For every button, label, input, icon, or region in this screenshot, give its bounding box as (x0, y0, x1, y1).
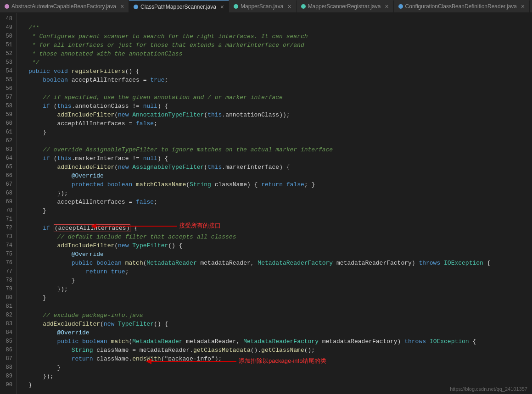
code-line (28, 15, 532, 23)
code-line: protected boolean matchClassName(String … (28, 180, 532, 189)
code-line: acceptAllInterfaces = false; (28, 198, 532, 206)
tab-icon-3 (234, 4, 238, 9)
code-line (28, 137, 532, 145)
tab-ConfigurationClassBeanDefinitionReader[interactable]: ConfigurationClassBeanDefinitionReader.j… (394, 0, 530, 12)
tab-icon-4 (301, 4, 306, 9)
watermark: https://blog.csdn.net/qq_24101357 (450, 386, 527, 392)
code-line (28, 302, 532, 311)
code-line: return true; (28, 267, 532, 276)
code-line: @Override (28, 172, 532, 180)
tab-MapperScan[interactable]: MapperScan.java × (229, 0, 297, 12)
code-line: // exclude package-info.java (28, 311, 532, 320)
code-line: boolean acceptAllInterfaces = true; (28, 76, 532, 84)
tab-close-2[interactable]: × (220, 4, 224, 10)
code-line: }); (28, 189, 532, 198)
tab-bar: AbstractAutowireCapableBeanFactory.java … (0, 0, 532, 13)
gutter (17, 13, 23, 394)
tab-icon-1 (5, 4, 9, 9)
code-line: @Override (28, 328, 532, 337)
tab-close-1[interactable]: × (120, 3, 124, 10)
code-line (28, 215, 532, 224)
tab-close-4[interactable]: × (385, 3, 388, 10)
code-area: 4849505152535455565758596061626364656667… (0, 13, 532, 394)
code-line: addIncludeFilter(new AnnotationTypeFilte… (28, 111, 532, 119)
code-content[interactable]: /** * Configures parent scanner to searc… (23, 13, 532, 394)
code-line: * Configures parent scanner to search fo… (28, 32, 532, 41)
code-line: @Override (28, 250, 532, 259)
code-line: // default include filter that accepts a… (28, 233, 532, 241)
code-line: String className = metadataReader.getCla… (28, 346, 532, 355)
tab-AbstractAutowireCapableBeanFactory[interactable]: AbstractAutowireCapableBeanFactory.java … (0, 0, 129, 12)
tab-close-5[interactable]: × (521, 3, 525, 10)
code-line: */ (28, 58, 532, 67)
code-line: if (this.markerInterface != null) { (28, 154, 532, 163)
code-line: if (this.annotationClass != null) { (28, 102, 532, 111)
tab-label-2: ClassPathMapperScanner.java (140, 4, 216, 10)
tab-ClassPathMapperScanner[interactable]: ClassPathMapperScanner.java × (129, 0, 229, 12)
code-line: public boolean match(MetadataReader meta… (28, 337, 532, 346)
code-line: } (28, 294, 532, 302)
code-line: /** (28, 23, 532, 32)
code-line (28, 84, 532, 93)
tab-icon-5 (398, 4, 403, 9)
code-line: } (28, 276, 532, 285)
tab-icon-2 (134, 5, 138, 9)
code-line: acceptAllInterfaces = false; (28, 119, 532, 128)
code-line: * those annotated with the annotationCla… (28, 50, 532, 58)
tab-label-1: AbstractAutowireCapableBeanFactory.java (11, 3, 116, 10)
line-numbers: 4849505152535455565758596061626364656667… (0, 13, 17, 394)
code-line: public boolean match(MetadataReader meta… (28, 259, 532, 267)
code-line: addIncludeFilter(new TypeFilter() { (28, 241, 532, 250)
code-line: } (28, 128, 532, 137)
code-line: // override AssignableTypeFilter to igno… (28, 145, 532, 154)
code-line: * for all interfaces or just for those t… (28, 41, 532, 50)
code-line: addIncludeFilter(new AssignableTypeFilte… (28, 163, 532, 172)
code-line: public void registerFilters() { (28, 67, 532, 76)
code-line: addExcludeFilter(new TypeFilter() { (28, 320, 532, 328)
tab-close-3[interactable]: × (287, 3, 291, 10)
code-line: }); (28, 372, 532, 381)
code-line: } (28, 363, 532, 372)
code-line: } (28, 206, 532, 215)
tab-MapperScannerRegistrar[interactable]: MapperScannerRegistrar.java × (297, 0, 394, 12)
tab-label-5: ConfigurationClassBeanDefinitionReader.j… (405, 3, 517, 10)
tab-label-3: MapperScan.java (241, 3, 283, 10)
code-line: if (acceptAllInterfaces) { (28, 224, 532, 233)
code-line: }); (28, 285, 532, 294)
tab-label-4: MapperScannerRegistrar.java (308, 3, 381, 10)
code-line: return className.endsWith("package-info"… (28, 355, 532, 363)
code-line: // if specified, use the given annotatio… (28, 93, 532, 102)
